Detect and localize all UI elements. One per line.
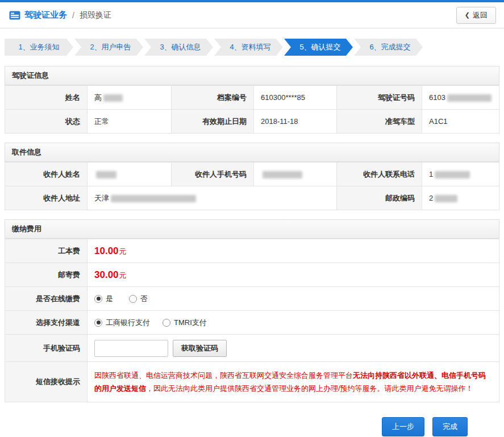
redacted-text [435,195,457,202]
pay-channel-label: 选择支付渠道 [5,311,88,335]
sms-code-field: 获取验证码 [88,335,499,362]
cost-fee-amount: 10.00 [94,245,119,256]
sms-notice-label: 短信接收提示 [5,362,88,402]
sms-code-label: 手机验证码 [5,335,88,362]
breadcrumb-separator: / [72,11,74,20]
section-fees: 缴纳费用 工本费 10.00元 邮寄费 30.00元 是否在线缴费 [5,219,499,402]
table-row: 邮寄费 30.00元 [5,263,499,287]
main-content: 驾驶证信息 姓名 高 档案编号 610300****85 驾驶证号码 6103 … [0,56,504,437]
radio-channel-icbc-label: 工商银行支付 [106,318,150,328]
cost-fee-unit: 元 [119,247,127,256]
step-2-user-declaration: 2、用户申告 [74,39,143,56]
table-row: 收件人姓名 收件人手机号码 收件人联系电话 1 [5,163,499,186]
breadcrumb: 驾驶证业务 / 损毁换证 [9,10,111,20]
step-nav: 1、业务须知 2、用户申告 3、确认信息 4、资料填写 5、确认提交 6、完成提… [0,28,504,56]
redacted-text [96,171,116,178]
recipient-address-value: 天津 [88,186,337,210]
sms-notice-text: 因陕西省联通、电信运营商技术问题，陕西省互联网交通安全综合服务管理平台无法向持陕… [88,362,499,402]
redacted-text [263,171,302,178]
status-label: 状态 [5,110,88,134]
file-number-value: 610300****85 [254,86,337,110]
chevron-left-icon: ❮ [465,11,470,19]
radio-checked-icon[interactable] [94,295,102,303]
section-title-pickup-info: 取件信息 [5,143,499,162]
vehicle-class-value: A1C1 [422,110,499,134]
license-number-value: 6103 [422,86,499,110]
recipient-name-label: 收件人姓名 [5,163,88,186]
pay-online-label: 是否在线缴费 [5,287,88,311]
recipient-phone-value: 1 [422,163,499,186]
table-row: 收件人地址 天津 邮政编码 2 [5,186,499,210]
sms-notice-pre: 因陕西省联通、电信运营商技术问题，陕西省互联网交通安全综合服务管理平台 [94,371,353,380]
step-3-confirm-info: 3、确认信息 [144,39,213,56]
get-code-button[interactable]: 获取验证码 [173,340,227,357]
vehicle-class-label: 准驾车型 [337,110,422,134]
section-license-info: 驾驶证信息 姓名 高 档案编号 610300****85 驾驶证号码 6103 … [5,66,499,134]
name-label: 姓名 [5,86,88,110]
pay-channel-options: 工商银行支付 TMRI支付 [88,311,499,335]
recipient-mobile-value [254,163,337,186]
postage-fee-amount: 30.00 [94,269,119,280]
footer-actions: 上一步 完成 [5,411,499,437]
table-row: 选择支付渠道 工商银行支付 TMRI支付 [5,311,499,335]
redacted-text [447,94,491,102]
postage-fee-value: 30.00元 [88,263,499,287]
postcode-value: 2 [422,186,499,210]
recipient-mobile-label: 收件人手机号码 [172,163,254,186]
recipient-phone-label: 收件人联系电话 [337,163,422,186]
page-header: 驾驶证业务 / 损毁换证 ❮ 返回 [0,2,504,28]
radio-unchecked-icon[interactable] [129,295,137,303]
redacted-text [103,94,123,102]
radio-channel-tmri[interactable]: TMRI支付 [163,318,207,328]
pickup-info-table: 收件人姓名 收件人手机号码 收件人联系电话 1 收件人地址 天津 邮政编码 [5,162,499,210]
page-title: 驾驶证业务 [24,10,67,20]
table-row: 是否在线缴费 是 否 [5,287,499,311]
radio-online-no[interactable]: 否 [129,294,148,304]
table-row: 手机验证码 获取验证码 [5,335,499,362]
expiry-date-value: 2018-11-18 [254,110,337,134]
radio-channel-tmri-label: TMRI支付 [174,318,207,328]
license-number-label: 驾驶证号码 [337,86,422,110]
back-button[interactable]: ❮ 返回 [456,7,496,24]
recipient-address-label: 收件人地址 [5,186,88,210]
radio-online-no-label: 否 [140,294,148,304]
license-service-icon [9,11,20,20]
table-row: 姓名 高 档案编号 610300****85 驾驶证号码 6103 [5,86,499,110]
file-number-label: 档案编号 [172,86,254,110]
step-4-fill-materials: 4、资料填写 [214,39,283,56]
recipient-name-value [88,163,172,186]
license-info-table: 姓名 高 档案编号 610300****85 驾驶证号码 6103 状态 正常 … [5,85,499,134]
previous-step-button[interactable]: 上一步 [382,417,424,436]
sms-notice-post: ，因此无法向此类用户提供陕西省交通管理业务的网上办理/预约等服务。请此类用户避免… [146,384,473,393]
redacted-text [111,195,196,202]
postage-fee-unit: 元 [119,271,127,280]
radio-channel-icbc[interactable]: 工商银行支付 [94,318,150,328]
expiry-date-label: 有效期止日期 [172,110,254,134]
sms-code-input[interactable] [94,340,168,357]
radio-checked-icon[interactable] [94,319,102,327]
pay-online-options: 是 否 [88,287,499,311]
fees-table: 工本费 10.00元 邮寄费 30.00元 是否在线缴费 是 [5,239,499,402]
status-value: 正常 [88,110,172,134]
cost-fee-label: 工本费 [5,239,88,263]
finish-button[interactable]: 完成 [432,417,468,436]
table-row: 短信接收提示 因陕西省联通、电信运营商技术问题，陕西省互联网交通安全综合服务管理… [5,362,499,402]
radio-online-yes-label: 是 [106,294,113,304]
name-value: 高 [88,86,172,110]
step-1-business-notice: 1、业务须知 [5,39,73,56]
step-5-confirm-submit: 5、确认提交 [284,39,353,56]
redacted-text [435,171,470,178]
postage-fee-label: 邮寄费 [5,263,88,287]
table-row: 工本费 10.00元 [5,239,499,263]
section-title-license-info: 驾驶证信息 [5,66,499,85]
back-button-label: 返回 [473,10,488,20]
section-pickup-info: 取件信息 收件人姓名 收件人手机号码 收件人联系电话 1 收件人地址 [5,143,499,210]
postcode-label: 邮政编码 [337,186,422,210]
cost-fee-value: 10.00元 [88,239,499,263]
radio-online-yes[interactable]: 是 [94,294,113,304]
step-6-finish-submit: 6、完成提交 [354,39,423,56]
radio-unchecked-icon[interactable] [163,319,170,327]
table-row: 状态 正常 有效期止日期 2018-11-18 准驾车型 A1C1 [5,110,499,134]
page-subtitle: 损毁换证 [80,10,111,20]
section-title-fees: 缴纳费用 [5,219,499,239]
